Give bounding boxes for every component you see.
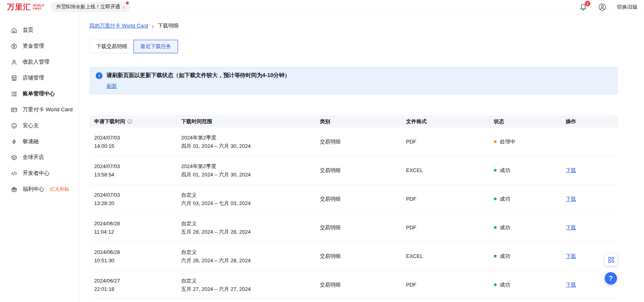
status-dot [494,226,497,229]
quick-menu-button[interactable] [605,254,617,266]
home-icon [11,27,17,34]
sidebar-item-exchange[interactable]: 安心兑 [0,118,79,134]
banner-message: 请刷新页面以更新下载状态（如下载文件较大，预计等待时间为4-10分钟） [106,72,290,79]
request-time: 10:51:30 [94,256,176,265]
info-circle-icon[interactable] [127,119,132,124]
help-button[interactable]: ? [605,272,617,285]
file-format: EXCEL [401,253,489,259]
sidebar-item-home[interactable]: 首页 [0,22,79,38]
range-type: 2024年第2季度 [181,162,315,170]
table-row: 2024/06/2810:51:30 自定义六月 26, 2024 – 六月 2… [89,242,618,271]
download-tasks-table: 申请下载时间 下载时间范围 类别 文件格式 状态 操作 2024/07/0314… [89,115,618,299]
request-time: 22:01:18 [94,285,176,293]
request-time: 13:58:54 [94,170,176,179]
notifications-button[interactable]: 2 [579,3,588,12]
request-date: 2024/06/28 [94,248,176,256]
range-type: 自定义 [181,191,315,199]
funds-icon [11,43,17,50]
request-date: 2024/06/28 [94,219,176,228]
range-dates: 五月 27, 2024 – 六月 27, 2024 [181,285,315,293]
range-type: 自定义 [181,277,315,285]
tab-download-transactions[interactable]: 下载交易明细 [89,40,134,53]
worldfirst-logo[interactable]: 万里汇 WORLD FIRST [7,2,44,12]
sidebar-item-label: 账单管理中心 [23,90,55,97]
breadcrumb-current: 下载明细 [158,22,178,29]
sidebar-item-world-card[interactable]: 万里付卡 World Card [0,102,79,118]
topbar-actions: 2 切换旧版 [579,3,638,12]
download-tabs: 下载交易明细 最近下载任务 [89,40,618,53]
range-type: 2024年第2季度 [181,134,315,142]
range-type: 自定义 [181,219,315,228]
status-text: 成功 [500,282,510,288]
file-format: PDF [401,282,489,288]
status-dot [494,140,497,143]
chevron-right-icon: › [123,4,125,10]
financing-icon [11,138,17,145]
category: 交易明细 [315,138,401,145]
sidebar-item-payees[interactable]: 收款人管理 [0,54,79,70]
breadcrumb-parent-link[interactable]: 我的万里付卡 World Card [89,22,148,29]
table-row: 2024/07/0314:00:15 2024年第2季度四月 01, 2024 … [89,128,618,156]
logo-subtext: WORLD FIRST [33,4,44,10]
sidebar-item-stores[interactable]: 店铺管理 [0,70,79,86]
sidebar-item-global-store[interactable]: 全球开店 [0,149,79,165]
card-icon [11,106,17,113]
exchange-icon [11,122,17,129]
sidebar-item-developer[interactable]: 开发者中心 [0,165,79,181]
download-link[interactable]: 下载 [566,167,576,173]
category: 交易明细 [315,224,401,231]
table-header-row: 申请下载时间 下载时间范围 类别 文件格式 状态 操作 [89,115,618,128]
status-dot [494,255,497,257]
refresh-link[interactable]: 刷新 [106,83,117,90]
tab-recent-download-tasks[interactable]: 最近下载任务 [133,40,178,53]
sidebar-item-funds[interactable]: 资金管理 [0,38,79,54]
sidebar-item-label: 安心兑 [23,122,39,129]
sidebar-item-label: 极速融 [23,138,39,145]
top-header: 万里汇 WORLD FIRST 外贸B2B全新上线！立即开通 › 2 切换旧版 [0,0,644,14]
status-text: 处理中 [500,139,515,145]
status-text: 成功 [500,196,510,202]
request-date: 2024/07/03 [94,134,176,142]
sidebar-item-financing[interactable]: 极速融 [0,134,79,149]
file-format: PDF [401,225,489,230]
developer-icon [11,170,17,177]
range-type: 自定义 [181,248,315,256]
sidebar-item-label: 收款人管理 [23,58,50,66]
table-row: 2024/07/0313:28:20 自定义六月 03, 2024 – 七月 0… [89,185,618,213]
announcement-text: 外贸B2B全新上线！立即开通 [56,4,120,10]
table-row: 2024/06/2811:04:12 自定义五月 28, 2024 – 六月 2… [89,213,618,242]
col-header-action: 操作 [561,115,618,128]
download-link[interactable]: 下载 [566,225,576,230]
main-content: 我的万里付卡 World Card › 下载明细 下载交易明细 最近下载任务 i… [79,14,644,302]
sidebar-item-benefits[interactable]: 福利中心 亿元补贴 [0,181,79,197]
col-header-status: 状态 [489,115,561,128]
info-icon: i [96,72,102,79]
subsidy-badge: 亿元补贴 [50,186,69,193]
request-date: 2024/07/03 [94,191,176,199]
download-link[interactable]: 下载 [566,253,576,259]
table-row: 2024/07/0313:58:54 2024年第2季度四月 01, 2024 … [89,156,618,185]
benefits-icon [11,186,17,193]
file-format: EXCEL [401,167,489,173]
sidebar-nav: 首页 资金管理 收款人管理 店铺管理 账单管理中心 万里付卡 World Car… [0,14,79,302]
download-link[interactable]: 下载 [566,196,576,202]
account-button[interactable] [598,3,607,12]
sidebar-item-label: 首页 [23,27,33,34]
request-date: 2024/07/03 [94,162,176,170]
table-row: 2024/06/2722:01:18 自定义五月 27, 2024 – 六月 2… [89,271,618,299]
status-text: 成功 [500,253,510,259]
logo-brand-text: 万里汇 [7,2,31,12]
file-format: PDF [401,139,489,145]
breadcrumb-separator-icon: › [152,23,154,29]
switch-old-version-link[interactable]: 切换旧版 [617,4,638,11]
category: 交易明细 [315,281,401,288]
download-link[interactable]: 下载 [566,282,576,288]
sidebar-item-label: 福利中心 [23,186,44,193]
sidebar-item-billing-center[interactable]: 账单管理中心 [0,86,79,102]
announcement-pill[interactable]: 外贸B2B全新上线！立即开通 › [50,2,130,12]
store-icon [11,75,17,81]
col-header-request-time: 申请下载时间 [89,115,176,128]
user-icon [598,3,606,11]
question-mark-icon: ? [609,275,613,282]
sidebar-item-label: 资金管理 [23,43,44,50]
